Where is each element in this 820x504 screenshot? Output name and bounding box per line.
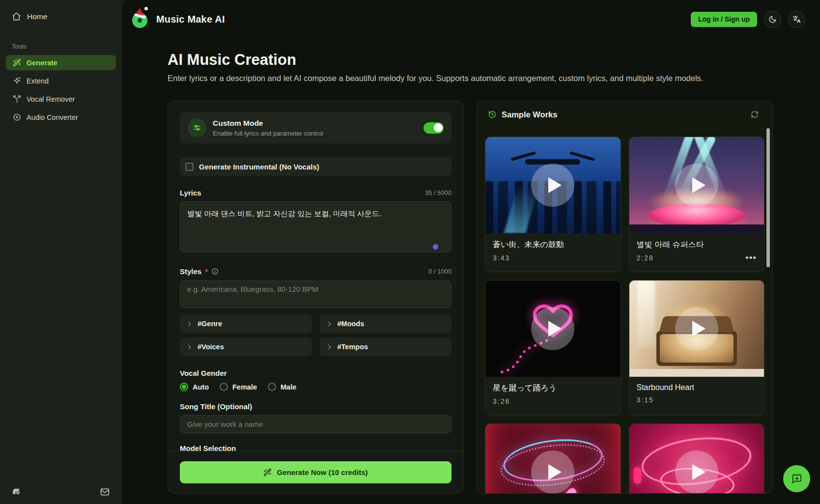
instrumental-checkbox-row[interactable]: Generate Instrumental (No Vocals): [180, 157, 452, 176]
lyrics-section: Lyrics 35 / 5000 별빛 아래 댄스 비트, 밝고 자신감 있는 …: [180, 189, 452, 254]
sample-card-info: 蒼い街、未来の鼓動3:43: [485, 233, 621, 268]
ellipsis-menu-icon[interactable]: •••: [745, 255, 757, 260]
play-button[interactable]: [675, 450, 718, 493]
sample-card[interactable]: 별빛 아래 슈퍼스타2:28•••: [629, 137, 765, 272]
sidebar: Home Tools GenerateExtendVocal RemoverAu…: [0, 0, 122, 504]
chevron-right-icon: [326, 321, 333, 327]
vocal-gender-radio-male[interactable]: Male: [268, 383, 296, 391]
brand[interactable]: ♪ Music Make AI: [132, 10, 225, 28]
brand-name: Music Make AI: [156, 14, 225, 25]
chat-plus-icon: [792, 474, 802, 484]
sample-works-title: Sample Works: [502, 110, 557, 119]
sample-thumbnail-case: [629, 280, 764, 377]
login-signup-button[interactable]: Log in / Sign up: [691, 12, 757, 27]
vocal-gender-options: AutoFemaleMale: [180, 383, 452, 391]
sample-duration: 2:28: [637, 254, 654, 262]
sample-works-panel: Sample Works 蒼い街、未来の鼓動3:43별빛 아래 슈퍼스타2:28…: [477, 101, 773, 494]
play-icon: [548, 177, 562, 193]
model-selection-label: Model Selection: [180, 444, 452, 451]
sample-card[interactable]: Starbound Heart3:15: [629, 280, 765, 416]
tag-button-moods[interactable]: #Moods: [320, 314, 452, 333]
sample-card[interactable]: 蒼い街、未来の鼓動3:43: [485, 137, 621, 272]
radio-icon[interactable]: [268, 383, 276, 391]
header-actions: Log in / Sign up: [691, 11, 805, 28]
sidebar-tools-heading: Tools: [0, 26, 122, 55]
sidebar-item-label: Audio Converter: [27, 113, 78, 121]
sidebar-item-generate[interactable]: Generate: [6, 55, 116, 70]
tag-button-genre[interactable]: #Genre: [180, 314, 312, 333]
custom-mode-subtitle: Enable full lyrics and parameter control: [213, 130, 417, 137]
play-icon: [692, 177, 706, 193]
extension-badge-icon[interactable]: [433, 244, 438, 250]
tag-label: #Tempos: [338, 343, 368, 351]
play-button[interactable]: [531, 164, 574, 207]
vocal-gender-radio-female[interactable]: Female: [220, 383, 257, 391]
tag-label: #Voices: [198, 343, 224, 351]
moon-icon: [768, 15, 777, 24]
scrollbar-thumb[interactable]: [766, 128, 770, 267]
info-icon[interactable]: [211, 268, 219, 275]
wand-icon: [263, 468, 272, 476]
sample-card-info: 星を蹴って踊ろう3:26: [485, 377, 621, 412]
wand-icon: [13, 58, 21, 67]
feedback-chat-button[interactable]: [783, 465, 810, 492]
mail-icon[interactable]: [100, 487, 110, 497]
instrumental-checkbox[interactable]: [185, 163, 194, 171]
sliders-icon: [193, 123, 201, 132]
tag-button-voices[interactable]: #Voices: [180, 337, 312, 356]
radio-icon[interactable]: [180, 383, 188, 391]
brand-logo-icon: ♪: [132, 10, 150, 28]
song-title-input[interactable]: [180, 415, 452, 433]
main-area: ♪ Music Make AI Log in / Sign up AI Musi…: [122, 0, 820, 504]
sample-card[interactable]: 星を蹴って踊ろう3:26: [485, 280, 621, 416]
sample-title: 星を蹴って踊ろう: [493, 383, 613, 393]
sample-duration: 3:26: [493, 397, 510, 405]
play-button[interactable]: [675, 164, 718, 207]
form-scroll-area: Custom Mode Enable full lyrics and param…: [168, 101, 463, 451]
play-button[interactable]: [531, 307, 574, 350]
top-header: ♪ Music Make AI Log in / Sign up: [122, 0, 820, 38]
sidebar-item-vocal-remover[interactable]: Vocal Remover: [6, 91, 116, 107]
custom-mode-title: Custom Mode: [213, 119, 417, 128]
sidebar-item-extend[interactable]: Extend: [6, 73, 116, 88]
lyrics-label: Lyrics: [180, 189, 201, 197]
split-icon: [13, 95, 21, 103]
sample-works-header: Sample Works: [477, 101, 772, 128]
translate-icon: [792, 15, 801, 24]
play-icon: [548, 464, 562, 480]
sample-thumbnail-stage: [629, 137, 764, 233]
language-button[interactable]: [788, 11, 805, 28]
history-clock-icon: [488, 110, 497, 119]
vocal-gender-label: Vocal Gender: [180, 369, 452, 377]
refresh-button[interactable]: [748, 108, 762, 121]
sample-duration: 3:15: [637, 396, 654, 404]
styles-input[interactable]: [180, 280, 452, 308]
sample-title: 별빛 아래 슈퍼스타: [637, 240, 757, 250]
lyrics-textarea[interactable]: 별빛 아래 댄스 비트, 밝고 자신감 있는 보컬, 미래적 사운드.: [180, 201, 452, 252]
play-button[interactable]: [675, 307, 718, 350]
play-overlay: [485, 280, 621, 377]
play-overlay: [485, 137, 621, 233]
vocal-gender-radio-auto[interactable]: Auto: [180, 383, 209, 391]
tag-button-tempos[interactable]: #Tempos: [320, 337, 452, 356]
sidebar-tools-list: GenerateExtendVocal RemoverAudio Convert…: [0, 55, 122, 125]
play-overlay: [629, 424, 764, 493]
sidebar-item-audio-converter[interactable]: Audio Converter: [6, 110, 116, 125]
page-title: AI Music Creation: [168, 51, 820, 69]
sample-card[interactable]: [485, 423, 621, 493]
sample-thumbnail-rocket: [485, 424, 621, 493]
sliders-icon-badge: [188, 118, 206, 137]
discord-icon[interactable]: [12, 487, 22, 497]
theme-toggle-button[interactable]: [764, 11, 781, 28]
sample-thumbnail-rings: [629, 424, 764, 493]
tag-label: #Genre: [198, 320, 222, 328]
sample-card[interactable]: [629, 423, 765, 493]
radio-icon[interactable]: [220, 383, 228, 391]
generate-now-button[interactable]: Generate Now (10 credits): [180, 461, 452, 483]
sidebar-item-home[interactable]: Home: [0, 0, 122, 26]
instrumental-label: Generate Instrumental (No Vocals): [199, 163, 319, 171]
play-button[interactable]: [531, 450, 574, 493]
custom-mode-toggle[interactable]: [424, 122, 444, 134]
play-icon: [548, 321, 562, 336]
tag-label: #Moods: [338, 320, 365, 328]
